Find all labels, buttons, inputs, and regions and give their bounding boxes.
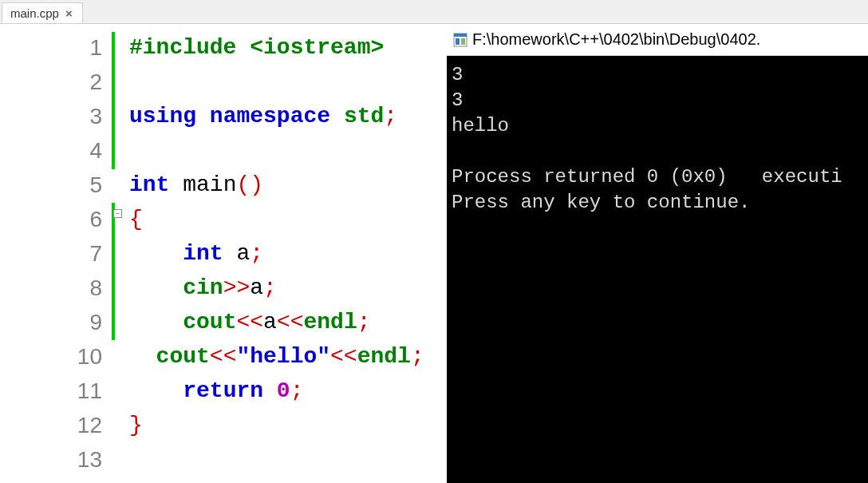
line-number: 9 — [0, 305, 102, 339]
svg-rect-2 — [456, 38, 460, 45]
code-line: int a; — [129, 236, 447, 271]
main-area: 1 2 3 4 5 6 7 8 9 10 11 12 13 − #include… — [0, 24, 868, 483]
code-line: int main() — [129, 168, 447, 202]
line-number: 3 — [0, 99, 102, 133]
line-number: 6 — [0, 202, 102, 236]
line-number: 10 — [0, 339, 102, 374]
line-number: 13 — [0, 442, 102, 477]
code-line: cout<<"hello"<<endl; — [129, 339, 447, 374]
line-number: 1 — [0, 30, 102, 65]
code-line: using namespace std; — [129, 99, 447, 133]
line-number: 4 — [0, 133, 102, 168]
line-number: 11 — [0, 374, 102, 408]
console-title: F:\homework\C++\0402\bin\Debug\0402. — [472, 30, 760, 49]
tab-filename: main.cpp — [10, 6, 59, 20]
code-line — [129, 133, 447, 168]
code-line: #include <iostream> — [129, 30, 447, 65]
tab-bar: main.cpp × — [0, 0, 868, 24]
ide-window: main.cpp × 1 2 3 4 5 6 7 8 9 10 11 12 13 — [0, 0, 868, 483]
code-line: cin>>a; — [129, 271, 447, 305]
line-number: 5 — [0, 168, 102, 202]
code-line: cout<<a<<endl; — [129, 305, 447, 339]
code-line — [129, 65, 447, 99]
svg-rect-3 — [461, 38, 465, 45]
line-number: 12 — [0, 408, 102, 442]
line-number: 7 — [0, 236, 102, 271]
code-line: { — [129, 202, 447, 236]
code-line: } — [129, 408, 447, 442]
fold-gutter: − — [112, 24, 124, 483]
console-output[interactable]: 3 3 hello Process returned 0 (0x0) execu… — [447, 56, 868, 483]
console-titlebar[interactable]: F:\homework\C++\0402\bin\Debug\0402. — [447, 24, 868, 56]
code-editor[interactable]: #include <iostream> using namespace std;… — [124, 24, 447, 483]
file-tab[interactable]: main.cpp × — [2, 2, 83, 23]
change-marker — [112, 203, 115, 340]
line-number: 8 — [0, 271, 102, 305]
svg-rect-1 — [454, 34, 467, 37]
code-line — [129, 442, 447, 477]
line-number: 2 — [0, 65, 102, 99]
editor-pane: 1 2 3 4 5 6 7 8 9 10 11 12 13 − #include… — [0, 24, 447, 483]
fold-toggle-icon[interactable]: − — [113, 209, 122, 218]
console-window: F:\homework\C++\0402\bin\Debug\0402. 3 3… — [447, 24, 868, 483]
console-icon — [453, 33, 468, 47]
close-icon[interactable]: × — [64, 6, 74, 20]
change-marker — [112, 32, 115, 169]
code-line: return 0; — [129, 374, 447, 408]
line-number-gutter: 1 2 3 4 5 6 7 8 9 10 11 12 13 — [0, 24, 112, 483]
